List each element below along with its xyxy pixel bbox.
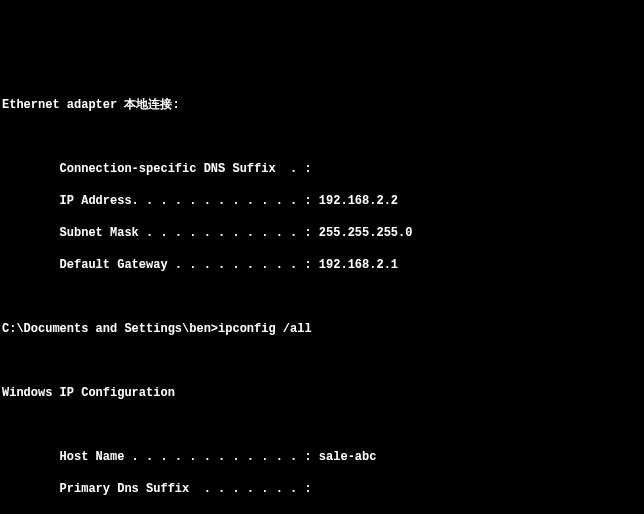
winip-header: Windows IP Configuration: [2, 385, 642, 401]
blank-line: [2, 289, 642, 305]
blank-line: [2, 417, 642, 433]
blank-line: [2, 353, 642, 369]
output-line: Connection-specific DNS Suffix . :: [2, 161, 642, 177]
adapter-header-1: Ethernet adapter 本地连接:: [2, 97, 642, 113]
command-prompt[interactable]: C:\Documents and Settings\ben>ipconfig /…: [2, 321, 642, 337]
blank-line: [2, 129, 642, 145]
output-line: IP Address. . . . . . . . . . . . : 192.…: [2, 193, 642, 209]
output-line: Subnet Mask . . . . . . . . . . . : 255.…: [2, 225, 642, 241]
output-line: Host Name . . . . . . . . . . . . : sale…: [2, 449, 642, 465]
output-line: Default Gateway . . . . . . . . . : 192.…: [2, 257, 642, 273]
terminal-output: Ethernet adapter 本地连接: Connection-specif…: [0, 80, 644, 514]
output-line: Primary Dns Suffix . . . . . . . :: [2, 481, 642, 497]
